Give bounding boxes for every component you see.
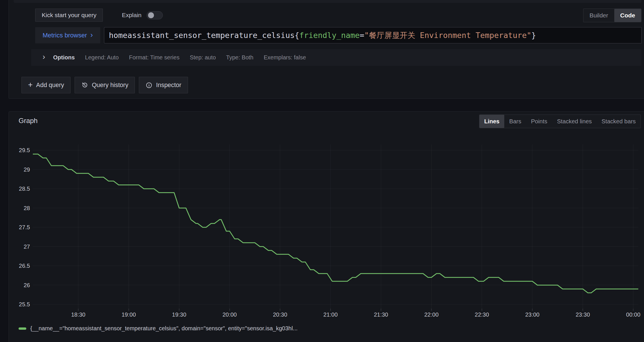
x-axis-tick-label: 20:30 bbox=[273, 311, 287, 318]
option-summary-item: Legend: Auto bbox=[85, 54, 119, 61]
option-summary-item: Exemplars: false bbox=[264, 54, 306, 61]
add-query-button[interactable]: +Add query bbox=[21, 77, 71, 93]
button-label: Add query bbox=[36, 82, 64, 89]
query-toolbar: Kick start your query Explain BuilderCod… bbox=[35, 9, 641, 22]
button-label: Query history bbox=[92, 82, 128, 89]
y-axis-tick-label: 28 bbox=[24, 205, 30, 211]
y-axis-tick-label: 29.5 bbox=[19, 147, 30, 154]
x-axis-tick-label: 22:00 bbox=[424, 311, 439, 318]
x-axis-tick-label: 20:00 bbox=[223, 311, 237, 318]
button-label: Inspector bbox=[156, 82, 181, 89]
y-axis-tick-label: 29 bbox=[24, 166, 30, 173]
y-axis: 29.52928.52827.52726.52625.5 bbox=[9, 144, 30, 309]
editor-mode-group: BuilderCode bbox=[583, 9, 641, 22]
query-history-button[interactable]: Query history bbox=[75, 77, 135, 93]
legend: {__name__="homeassistant_sensor_temperat… bbox=[19, 325, 298, 332]
query-editor-section: Kick start your query Explain BuilderCod… bbox=[9, 0, 644, 99]
x-axis-tick-label: 19:30 bbox=[172, 311, 186, 318]
info-circle-icon bbox=[145, 82, 153, 89]
plus-icon: + bbox=[28, 81, 33, 89]
x-axis-tick-label: 23:30 bbox=[576, 311, 590, 318]
kick-start-query-button[interactable]: Kick start your query bbox=[35, 9, 103, 22]
y-axis-tick-label: 27.5 bbox=[19, 224, 30, 231]
query-actions: +Add queryQuery historyInspector bbox=[21, 77, 188, 93]
option-summary-item: Step: auto bbox=[190, 54, 216, 61]
chevron-right-icon: › bbox=[43, 53, 45, 61]
legend-series-label[interactable]: {__name__="homeassistant_sensor_temperat… bbox=[30, 325, 298, 332]
view-mode-stacked-lines[interactable]: Stacked lines bbox=[552, 115, 597, 128]
promql-token-label-value: "餐厅屏显开关 Environment Temperature" bbox=[364, 30, 531, 41]
options-summary: Legend: AutoFormat: Time seriesStep: aut… bbox=[85, 54, 306, 61]
x-axis-tick-label: 21:00 bbox=[323, 311, 338, 318]
promql-token-label-name: friendly_name bbox=[299, 31, 359, 40]
graph-panel: Graph LinesBarsPointsStacked linesStacke… bbox=[9, 111, 644, 342]
options-collapse[interactable]: › Options Legend: AutoFormat: Time serie… bbox=[31, 49, 641, 66]
editor-mode-builder[interactable]: Builder bbox=[583, 9, 614, 22]
editor-mode-code[interactable]: Code bbox=[614, 9, 641, 22]
explain-control: Explain bbox=[122, 11, 163, 19]
promql-query-input[interactable]: homeassistant_sensor_temperature_celsius… bbox=[104, 27, 642, 43]
view-mode-points[interactable]: Points bbox=[526, 115, 552, 128]
x-axis-tick-label: 22:30 bbox=[475, 311, 489, 318]
x-axis: 18:3019:0019:3020:0020:3021:0021:3022:00… bbox=[33, 311, 638, 320]
promql-token-metric: homeassistant_sensor_temperature_celsius… bbox=[109, 31, 299, 40]
x-axis-tick-label: 19:00 bbox=[121, 311, 136, 318]
promql-token-closing-brace: } bbox=[531, 31, 536, 40]
query-row: Metrics browser › homeassistant_sensor_t… bbox=[35, 27, 642, 43]
option-summary-item: Type: Both bbox=[226, 54, 253, 61]
explain-toggle[interactable] bbox=[147, 11, 163, 19]
promql-token-operator: = bbox=[360, 31, 364, 40]
inspector-button[interactable]: Inspector bbox=[139, 77, 188, 93]
y-axis-tick-label: 25.5 bbox=[19, 301, 30, 308]
x-axis-tick-label: 21:30 bbox=[374, 311, 388, 318]
explore-page: Kick start your query Explain BuilderCod… bbox=[0, 0, 644, 342]
options-title: Options bbox=[53, 54, 75, 61]
metrics-browser-button[interactable]: Metrics browser › bbox=[35, 27, 100, 43]
history-icon bbox=[81, 82, 88, 89]
x-axis-tick-label: 00:00 bbox=[626, 311, 640, 318]
view-mode-stacked-bars[interactable]: Stacked bars bbox=[597, 115, 641, 128]
view-mode-bars[interactable]: Bars bbox=[504, 115, 526, 128]
metrics-browser-label: Metrics browser bbox=[43, 32, 87, 39]
option-summary-item: Format: Time series bbox=[129, 54, 179, 61]
graph-canvas[interactable] bbox=[33, 144, 638, 311]
view-mode-group: LinesBarsPointsStacked linesStacked bars bbox=[479, 114, 641, 128]
y-axis-tick-label: 26 bbox=[24, 282, 30, 288]
view-mode-lines[interactable]: Lines bbox=[479, 115, 505, 128]
explain-label: Explain bbox=[122, 12, 141, 19]
chevron-right-icon: › bbox=[90, 31, 93, 39]
x-axis-tick-label: 18:30 bbox=[71, 311, 85, 318]
legend-swatch bbox=[19, 327, 26, 330]
y-axis-tick-label: 28.5 bbox=[19, 186, 30, 192]
y-axis-tick-label: 26.5 bbox=[19, 263, 30, 269]
chart-area bbox=[33, 144, 638, 311]
panel-title: Graph bbox=[19, 117, 38, 125]
x-axis-tick-label: 23:00 bbox=[525, 311, 539, 318]
toggle-knob-icon bbox=[148, 12, 154, 18]
cutoff-row-above bbox=[14, 0, 641, 3]
y-axis-tick-label: 27 bbox=[24, 243, 30, 250]
